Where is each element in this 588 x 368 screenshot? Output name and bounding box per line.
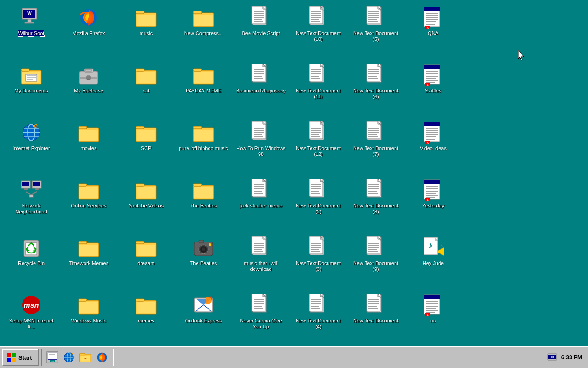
- desktop-icon-scp[interactable]: SCP: [119, 119, 174, 176]
- taskbar-edit-icon[interactable]: Edit: [45, 350, 60, 365]
- svg-rect-225: [22, 182, 29, 186]
- my-briefcase-image: [78, 64, 100, 86]
- svg-rect-140: [424, 65, 440, 69]
- svg-line-230: [26, 192, 31, 195]
- new-text-4-label: New Text Document (4): [293, 318, 344, 330]
- network-neighborhood-label: Network Neighborhood: [6, 203, 57, 215]
- desktop-icon-new-text-10[interactable]: New Text Document (10): [291, 4, 346, 61]
- desktop-icon-bee-movie-script[interactable]: Bee Movie Script: [233, 4, 288, 61]
- desktop-icon-cat[interactable]: cat: [119, 61, 174, 119]
- desktop-icon-bohemian[interactable]: Bohimean Rhaposody: [233, 61, 288, 119]
- desktop-icon-my-documents[interactable]: My Documents: [4, 61, 59, 119]
- cat-label: cat: [143, 88, 150, 94]
- new-text-10-label: New Text Document (10): [293, 30, 344, 42]
- svg-rect-232: [29, 195, 33, 197]
- desktop-icon-recycle-bin[interactable]: Recycle Bin: [4, 234, 59, 291]
- desktop-icon-mozilla-firefox[interactable]: Mozilla Firefox: [61, 4, 116, 61]
- desktop-icon-new-text-4[interactable]: New Text Document (4): [291, 291, 346, 349]
- svg-rect-164: [194, 130, 213, 141]
- desktop-icon-new-text-6[interactable]: New Text Document (6): [348, 61, 403, 119]
- svg-rect-304: [79, 241, 87, 244]
- svg-rect-158: [79, 130, 98, 141]
- svg-rect-10: [137, 15, 155, 26]
- desktop-icon-the-beatles-folder[interactable]: The Beatles: [176, 176, 231, 234]
- desktop-icon-new-text-5[interactable]: New Text Document (5): [348, 4, 403, 61]
- svg-rect-442: [7, 353, 11, 357]
- svg-rect-241: [194, 187, 213, 198]
- skittles-image: A: [422, 64, 444, 86]
- svg-text:♪: ♪: [428, 240, 433, 250]
- desktop-icon-new-text-2[interactable]: New Text Document (2): [291, 176, 346, 234]
- desktop-icon-yesterday[interactable]: A Yesterday: [406, 176, 461, 234]
- start-button[interactable]: Start: [2, 349, 39, 366]
- desktop-icon-video-ideas[interactable]: A Video Ideas: [406, 119, 461, 176]
- svg-rect-305: [79, 245, 98, 256]
- svg-rect-307: [136, 241, 144, 244]
- desktop-icon-memes[interactable]: memes: [119, 291, 174, 349]
- new-text-11-label: New Text Document (11): [293, 88, 344, 100]
- svg-rect-229: [35, 188, 39, 190]
- desktop-icon-hey-jude[interactable]: ♪ Hey Jude: [406, 234, 461, 291]
- yesterday-image: A: [422, 179, 444, 201]
- desktop-icon-qna[interactable]: A QNA: [406, 4, 461, 61]
- desktop-icon-youtube-videos[interactable]: Youtube Videos: [119, 176, 174, 234]
- desktop-icon-network-neighborhood[interactable]: Network Neighborhood: [4, 176, 59, 234]
- taskbar: Start Edit e ➦: [0, 346, 588, 368]
- music-label: music: [140, 30, 153, 36]
- desktop-icon-movies[interactable]: movies: [61, 119, 116, 176]
- desktop-icon-no[interactable]: A no: [406, 291, 461, 349]
- desktop-icon-new-text-9[interactable]: New Text Document (9): [348, 234, 403, 291]
- desktop-icon-music[interactable]: music: [119, 4, 174, 61]
- desktop-icon-payday-meme[interactable]: PAYDAY MEME: [176, 61, 231, 119]
- desktop-icon-timework-memes[interactable]: Timework Memes: [61, 234, 116, 291]
- movies-label: movies: [81, 145, 97, 151]
- svg-rect-74: [21, 69, 29, 71]
- svg-text:W: W: [27, 11, 32, 16]
- taskbar-firefox-icon[interactable]: [95, 350, 109, 365]
- desktop-icon-jack-stauber[interactable]: jack stauber meme: [233, 176, 288, 234]
- svg-marker-366: [439, 247, 444, 256]
- svg-rect-237: [136, 184, 144, 186]
- desktop-icon-new-text-12[interactable]: New Text Document (12): [291, 119, 346, 176]
- svg-rect-160: [136, 126, 144, 129]
- svg-rect-308: [137, 245, 155, 256]
- desktop-icon-new-text-11[interactable]: New Text Document (11): [291, 61, 346, 119]
- desktop-icon-my-briefcase[interactable]: My Briefcase: [61, 61, 116, 119]
- desktop-icon-the-beatles-cam[interactable]: The Beatles: [176, 234, 231, 291]
- windows-music-image: [78, 294, 100, 316]
- svg-rect-238: [137, 187, 155, 198]
- desktop-icon-new-text-7[interactable]: New Text Document (7): [348, 119, 403, 176]
- new-text-2-label: New Text Document (2): [293, 203, 344, 215]
- hey-jude-image: ♪: [422, 236, 444, 259]
- network-neighborhood-image: [20, 179, 42, 201]
- desktop-icon-outlook-express[interactable]: Outlook Express: [176, 291, 231, 349]
- new-text-8-image: [365, 179, 387, 201]
- taskbar-system-tray: 98 6:33 PM: [543, 349, 586, 366]
- desktop-icon-new-text[interactable]: New Text Document: [348, 291, 403, 349]
- desktop-icon-wilbur-soot[interactable]: W Wilbur Soot: [4, 4, 59, 61]
- desktop-icon-setup-msn[interactable]: msn Setup MSN Internet A...: [4, 291, 59, 349]
- pure-lofi-image: [192, 121, 215, 144]
- desktop-icon-skittles[interactable]: A Skittles: [406, 61, 461, 119]
- my-documents-label: My Documents: [14, 88, 48, 94]
- new-compress-label: New Compress...: [184, 30, 223, 36]
- the-beatles-cam-label: The Beatles: [190, 260, 217, 266]
- mozilla-firefox-label: Mozilla Firefox: [73, 30, 105, 36]
- desktop-icon-how-to-run[interactable]: How To Run Windows 98: [233, 119, 288, 176]
- desktop-icon-music-download[interactable]: music that i will download: [233, 234, 288, 291]
- desktop-icon-never-gonna[interactable]: Never Gonna Give You Up: [233, 291, 288, 349]
- taskbar-ie-icon[interactable]: e: [62, 350, 76, 365]
- desktop-icon-new-compress[interactable]: New Compress...: [176, 4, 231, 61]
- taskbar-folder-icon[interactable]: ➦: [78, 350, 93, 365]
- desktop-icon-windows-music[interactable]: Windows Music: [61, 291, 116, 349]
- desktop-icon-new-text-3[interactable]: New Text Document (3): [291, 234, 346, 291]
- desktop-icon-pure-lofi[interactable]: pure lofi hiphop music: [176, 119, 231, 176]
- new-text-11-image: [307, 64, 329, 86]
- desktop-icon-internet-explorer[interactable]: e Internet Explorer: [4, 119, 59, 176]
- desktop-icon-new-text-8[interactable]: New Text Document (8): [348, 176, 403, 234]
- svg-rect-235: [79, 187, 98, 198]
- desktop-icon-dreaam[interactable]: dreaam: [119, 234, 174, 291]
- svg-rect-13: [194, 15, 213, 26]
- desktop-icon-online-services[interactable]: Online Services: [61, 176, 116, 234]
- wilbur-soot-label: Wilbur Soot: [18, 30, 45, 36]
